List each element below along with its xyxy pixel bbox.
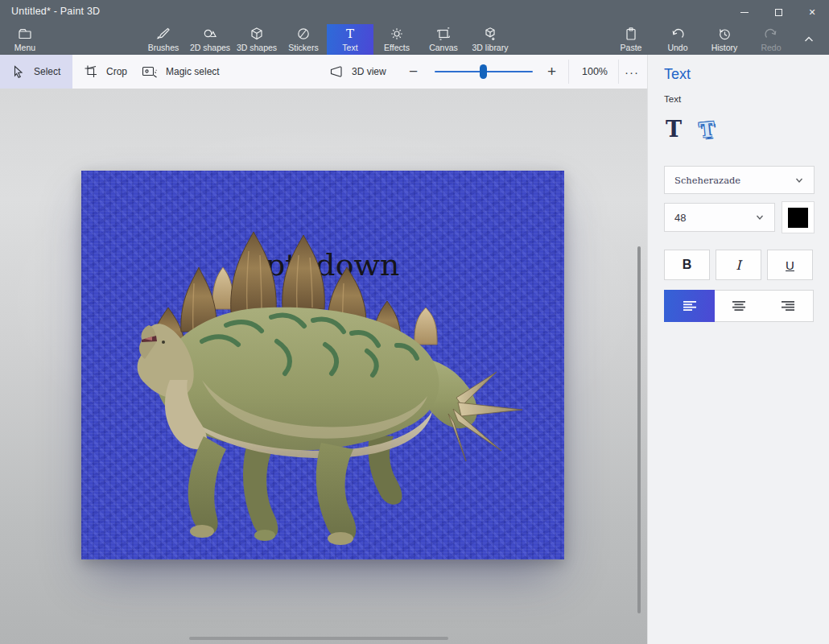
select-button[interactable]: Select (0, 55, 72, 89)
close-button[interactable]: ✕ (795, 0, 829, 24)
cursor-icon (11, 64, 26, 79)
ribbon: Menu Brushes 2D shapes 3D shapes (0, 24, 829, 55)
cube-icon (249, 26, 265, 42)
maximize-button[interactable] (761, 0, 795, 24)
paint-canvas[interactable]: uptodown (81, 171, 564, 559)
vertical-scrollbar[interactable] (637, 246, 641, 613)
sun-icon (389, 26, 405, 42)
tab-brushes[interactable]: Brushes (140, 24, 187, 55)
brush-icon (155, 26, 171, 42)
crop-icon (84, 64, 98, 79)
plus-icon: + (547, 63, 556, 80)
panel-title: Text (664, 66, 691, 83)
italic-button[interactable]: I (716, 250, 761, 280)
2d-text-icon[interactable]: T (666, 117, 682, 142)
paste-button[interactable]: Paste (608, 24, 654, 55)
3d-view-icon (328, 64, 344, 79)
bold-icon: B (683, 258, 692, 272)
tab-label: 3D library (472, 43, 509, 52)
stegosaurus-image[interactable] (81, 171, 564, 559)
tab-label: Effects (384, 43, 410, 52)
ribbon-actions: Paste Undo History Redo (608, 24, 794, 55)
toolbar-separator (568, 60, 569, 84)
window-controls: ✕ (728, 0, 829, 24)
align-right-button[interactable] (764, 291, 813, 321)
crop-button[interactable]: Crop (84, 55, 127, 89)
action-label: Undo (667, 43, 687, 52)
magic-select-button[interactable]: Magic select (142, 55, 220, 89)
tab-label: 3D shapes (237, 43, 277, 52)
font-size-select[interactable]: 48 (664, 203, 775, 232)
text-panel: Text Text T T Scheherazade 48 B I U (647, 55, 829, 644)
collapse-ribbon-button[interactable] (795, 24, 823, 55)
tab-effects[interactable]: Effects (373, 24, 420, 55)
font-family-select[interactable]: Scheherazade (664, 166, 815, 194)
bold-button[interactable]: B (664, 250, 710, 280)
redo-button[interactable]: Redo (748, 24, 794, 55)
magic-select-icon (142, 64, 158, 79)
action-label: History (711, 43, 738, 52)
workspace[interactable]: uptodown (0, 89, 647, 644)
horizontal-scrollbar[interactable] (189, 637, 448, 640)
toolbar-separator (618, 60, 619, 84)
crop-label: Crop (106, 66, 127, 77)
history-clock-icon (716, 26, 732, 42)
folder-icon (17, 26, 33, 42)
menu-button[interactable]: Menu (2, 24, 48, 55)
align-right-icon (780, 299, 796, 312)
minus-icon: − (409, 63, 418, 80)
underline-icon: U (786, 258, 794, 272)
tab-3d-library[interactable]: 3D library (467, 24, 513, 55)
redo-icon (763, 26, 779, 42)
maximize-icon (775, 9, 782, 16)
2d-shapes-icon (202, 26, 218, 42)
ribbon-tabs: Brushes 2D shapes 3D shapes Stickers (140, 24, 513, 55)
tab-label: Text (342, 43, 357, 52)
text-tool-icon: T (342, 26, 358, 42)
canvas-text[interactable]: uptodown (81, 247, 564, 283)
text-type-row: T T (666, 108, 715, 142)
underline-button[interactable]: U (767, 250, 813, 280)
3d-view-label: 3D view (352, 66, 386, 77)
tab-label: Canvas (429, 43, 458, 52)
align-left-button[interactable] (664, 290, 715, 322)
sticker-icon (295, 26, 311, 42)
tool-options-bar: Select Crop Magic select 3D view − + 100… (0, 55, 647, 89)
minimize-button[interactable] (728, 0, 761, 24)
3d-text-icon[interactable]: T (699, 118, 716, 142)
minimize-icon (740, 12, 749, 13)
history-button[interactable]: History (701, 24, 748, 55)
align-center-icon (731, 299, 747, 312)
panel-section-label: Text (664, 94, 681, 104)
zoom-slider[interactable] (435, 71, 533, 72)
undo-button[interactable]: Undo (654, 24, 701, 55)
canvas-frame-icon (435, 26, 452, 42)
zoom-level-button[interactable]: 100% (573, 55, 617, 89)
italic-icon: I (736, 258, 740, 273)
tab-stickers[interactable]: Stickers (280, 24, 327, 55)
window-title: Untitled* - Paint 3D (11, 6, 100, 17)
close-icon: ✕ (808, 7, 815, 18)
tab-text[interactable]: T Text (327, 24, 373, 55)
text-color-swatch (788, 208, 808, 228)
text-color-picker[interactable] (782, 201, 815, 233)
chevron-down-icon (794, 175, 804, 185)
titlebar: Untitled* - Paint 3D ✕ (0, 0, 829, 24)
action-label: Redo (761, 43, 781, 52)
zoom-out-button[interactable]: − (409, 55, 418, 89)
menu-label: Menu (14, 43, 35, 52)
font-size-value: 48 (674, 212, 686, 224)
select-label: Select (34, 66, 60, 77)
tab-2d-shapes[interactable]: 2D shapes (187, 24, 233, 55)
tab-3d-shapes[interactable]: 3D shapes (233, 24, 280, 55)
align-center-button[interactable] (714, 291, 763, 321)
3d-view-button[interactable]: 3D view (328, 55, 386, 89)
svg-text:T: T (346, 27, 354, 41)
action-label: Paste (621, 43, 642, 52)
magic-select-label: Magic select (166, 66, 220, 77)
chevron-up-icon (802, 33, 815, 46)
zoom-slider-thumb[interactable] (480, 64, 487, 79)
zoom-in-button[interactable]: + (547, 55, 556, 89)
tab-canvas[interactable]: Canvas (420, 24, 467, 55)
more-options-button[interactable]: ··· (620, 55, 644, 89)
